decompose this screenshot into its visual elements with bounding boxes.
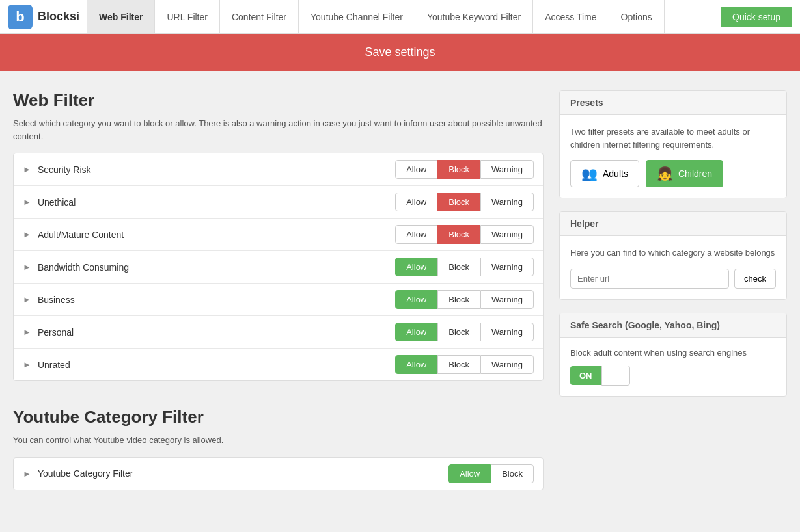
tab-youtube-keyword-filter[interactable]: Youtube Keyword Filter bbox=[415, 0, 533, 33]
quick-setup-button[interactable]: Quick setup bbox=[721, 7, 792, 27]
helper-input-row: check bbox=[570, 269, 776, 289]
chevron-icon-adult-mature[interactable]: ► bbox=[23, 230, 31, 239]
presets-desc: Two filter presets are available to meet… bbox=[570, 126, 776, 151]
save-settings-label: Save settings bbox=[365, 46, 435, 59]
right-column: Presets Two filter presets are available… bbox=[559, 90, 787, 516]
logo: b Blocksi bbox=[0, 5, 87, 29]
filter-row-adult-mature: ► Adult/Mature Content Allow Block Warni… bbox=[14, 219, 543, 251]
safe-search-off-button[interactable] bbox=[601, 366, 630, 386]
helper-check-button[interactable]: check bbox=[734, 269, 776, 289]
filter-buttons-youtube-category: Allow Block bbox=[448, 464, 534, 483]
chevron-icon-youtube-category[interactable]: ► bbox=[23, 469, 31, 479]
helper-header: Helper bbox=[560, 212, 786, 236]
filter-row-unethical: ► Unethical Allow Block Warning bbox=[14, 186, 543, 219]
filter-buttons-adult-mature: Allow Block Warning bbox=[395, 225, 534, 244]
left-column: Web Filter Select which category you wan… bbox=[13, 90, 544, 516]
presets-card: Presets Two filter presets are available… bbox=[559, 90, 787, 198]
children-preset-button[interactable]: 👧 Children bbox=[646, 160, 723, 187]
block-btn-personal[interactable]: Block bbox=[437, 323, 480, 341]
filter-buttons-security-risk: Allow Block Warning bbox=[395, 160, 534, 179]
helper-card: Helper Here you can find to which catego… bbox=[559, 211, 787, 300]
nav-tabs: Web Filter URL Filter Content Filter You… bbox=[87, 0, 721, 33]
logo-icon: b bbox=[8, 5, 33, 29]
safe-search-body: Block adult content when using search en… bbox=[560, 338, 786, 396]
warning-btn-adult-mature[interactable]: Warning bbox=[480, 225, 534, 244]
youtube-category-filter-desc: You can control what Youtube video categ… bbox=[13, 434, 544, 447]
tab-content-filter[interactable]: Content Filter bbox=[220, 0, 299, 33]
web-filter-title: Web Filter bbox=[13, 90, 544, 111]
block-btn-youtube-category[interactable]: Block bbox=[491, 464, 534, 483]
tab-options[interactable]: Options bbox=[609, 0, 665, 33]
filter-row-security-risk: ► Security Risk Allow Block Warning bbox=[14, 153, 543, 186]
filter-label-personal: Personal bbox=[38, 327, 395, 338]
safe-search-card: Safe Search (Google, Yahoo, Bing) Block … bbox=[559, 313, 787, 397]
allow-btn-bandwidth-consuming[interactable]: Allow bbox=[395, 258, 437, 276]
warning-btn-security-risk[interactable]: Warning bbox=[480, 160, 534, 179]
block-btn-business[interactable]: Block bbox=[437, 290, 480, 309]
youtube-category-filter-title: Youtube Category Filter bbox=[13, 407, 544, 427]
filter-buttons-unrated: Allow Block Warning bbox=[395, 355, 534, 374]
allow-btn-unethical[interactable]: Allow bbox=[395, 193, 437, 211]
filter-row-personal: ► Personal Allow Block Warning bbox=[14, 316, 543, 349]
warning-btn-business[interactable]: Warning bbox=[480, 290, 534, 309]
block-btn-adult-mature[interactable]: Block bbox=[437, 225, 480, 244]
filter-label-business: Business bbox=[38, 295, 395, 305]
filter-row-bandwidth-consuming: ► Bandwidth Consuming Allow Block Warnin… bbox=[14, 251, 543, 284]
allow-btn-youtube-category[interactable]: Allow bbox=[448, 464, 491, 483]
helper-body: Here you can find to which category a we… bbox=[560, 236, 786, 299]
adults-icon: 👥 bbox=[581, 166, 598, 181]
navbar: b Blocksi Web Filter URL Filter Content … bbox=[0, 0, 800, 34]
block-btn-unethical[interactable]: Block bbox=[437, 193, 480, 211]
filter-label-adult-mature: Adult/Mature Content bbox=[38, 230, 395, 240]
main-content: Web Filter Select which category you wan… bbox=[0, 71, 800, 532]
filter-row-youtube-category: ► Youtube Category Filter Allow Block bbox=[14, 458, 543, 490]
filter-row-business: ► Business Allow Block Warning bbox=[14, 284, 543, 316]
warning-btn-unethical[interactable]: Warning bbox=[480, 193, 534, 211]
chevron-icon-bandwidth-consuming[interactable]: ► bbox=[23, 262, 31, 272]
filter-row-unrated: ► Unrated Allow Block Warning bbox=[14, 349, 543, 380]
allow-btn-security-risk[interactable]: Allow bbox=[395, 160, 437, 179]
helper-url-input[interactable] bbox=[570, 269, 729, 289]
children-label: Children bbox=[678, 168, 712, 179]
warning-btn-personal[interactable]: Warning bbox=[480, 323, 534, 341]
chevron-icon-unethical[interactable]: ► bbox=[23, 197, 31, 207]
warning-btn-bandwidth-consuming[interactable]: Warning bbox=[480, 258, 534, 276]
presets-header: Presets bbox=[560, 91, 786, 115]
logo-name: Blocksi bbox=[38, 10, 79, 23]
chevron-icon-business[interactable]: ► bbox=[23, 295, 31, 304]
adults-preset-button[interactable]: 👥 Adults bbox=[570, 160, 639, 187]
save-settings-banner[interactable]: Save settings bbox=[0, 34, 800, 71]
filter-label-bandwidth-consuming: Bandwidth Consuming bbox=[38, 262, 395, 273]
allow-btn-personal[interactable]: Allow bbox=[395, 323, 437, 341]
warning-btn-unrated[interactable]: Warning bbox=[480, 355, 534, 374]
safe-search-header: Safe Search (Google, Yahoo, Bing) bbox=[560, 313, 786, 338]
web-filter-table: ► Security Risk Allow Block Warning ► Un… bbox=[13, 153, 544, 381]
tab-access-time[interactable]: Access Time bbox=[533, 0, 609, 33]
chevron-icon-personal[interactable]: ► bbox=[23, 327, 31, 337]
filter-label-unethical: Unethical bbox=[38, 197, 395, 207]
youtube-category-filter-table: ► Youtube Category Filter Allow Block bbox=[13, 457, 544, 490]
block-btn-security-risk[interactable]: Block bbox=[437, 160, 480, 179]
safe-search-on-button[interactable]: ON bbox=[570, 366, 601, 385]
tab-web-filter[interactable]: Web Filter bbox=[87, 0, 155, 33]
filter-buttons-business: Allow Block Warning bbox=[395, 290, 534, 309]
helper-desc: Here you can find to which category a we… bbox=[570, 246, 776, 259]
web-filter-desc: Select which category you want to block … bbox=[13, 117, 544, 142]
safe-search-toggle: ON bbox=[570, 366, 776, 386]
filter-buttons-bandwidth-consuming: Allow Block Warning bbox=[395, 258, 534, 276]
allow-btn-unrated[interactable]: Allow bbox=[395, 355, 437, 374]
adults-label: Adults bbox=[603, 168, 628, 179]
chevron-icon-unrated[interactable]: ► bbox=[23, 360, 31, 369]
allow-btn-adult-mature[interactable]: Allow bbox=[395, 225, 437, 244]
block-btn-bandwidth-consuming[interactable]: Block bbox=[437, 258, 480, 276]
filter-label-unrated: Unrated bbox=[38, 360, 395, 370]
tab-youtube-channel-filter[interactable]: Youtube Channel Filter bbox=[299, 0, 415, 33]
tab-url-filter[interactable]: URL Filter bbox=[155, 0, 220, 33]
block-btn-unrated[interactable]: Block bbox=[437, 355, 480, 374]
filter-buttons-unethical: Allow Block Warning bbox=[395, 193, 534, 211]
preset-buttons: 👥 Adults 👧 Children bbox=[570, 160, 776, 187]
allow-btn-business[interactable]: Allow bbox=[395, 290, 437, 309]
children-icon: 👧 bbox=[657, 166, 673, 181]
chevron-icon-security-risk[interactable]: ► bbox=[23, 165, 31, 174]
filter-label-security-risk: Security Risk bbox=[38, 165, 395, 175]
